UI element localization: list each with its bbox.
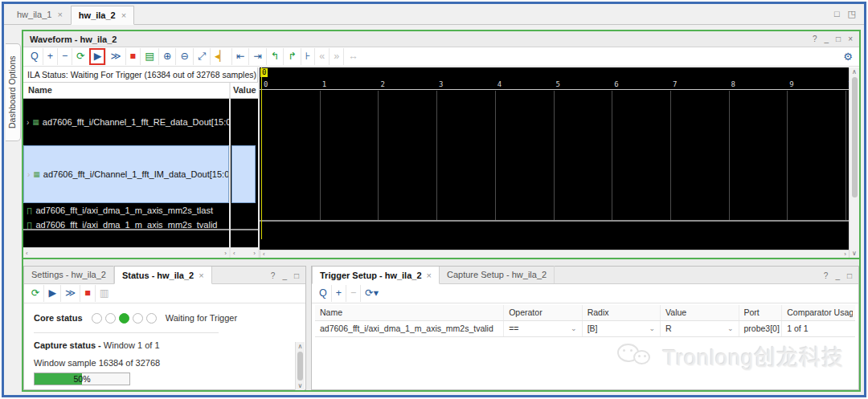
- header-comparator-usage[interactable]: Comparator Usage: [782, 305, 852, 320]
- scroll-left-icon[interactable]: ‹: [26, 250, 28, 257]
- close-icon[interactable]: ×: [427, 271, 432, 280]
- tab-settings[interactable]: Settings - hw_ila_2: [24, 266, 114, 283]
- goto-end-icon[interactable]: ⇥: [248, 48, 265, 65]
- help-icon[interactable]: ?: [813, 35, 817, 43]
- minimize-icon[interactable]: _: [825, 35, 829, 43]
- signal-row-tlast[interactable]: ∏ ad7606_fft_i/axi_dma_1_m_axis_mm2s_tla…: [23, 203, 229, 218]
- remove-probe-icon[interactable]: −: [346, 285, 360, 302]
- timeline-ruler[interactable]: 0 012345678910: [260, 67, 849, 90]
- name-hscrollbar[interactable]: ‹ ›: [23, 247, 229, 258]
- goto-marker-icon[interactable]: »: [329, 48, 343, 65]
- add-probe-icon[interactable]: +: [331, 285, 346, 302]
- signal-row-im-data-selected[interactable]: › ▦ ad7606_fft_i/Channel_1_fft_IM_data_D…: [23, 145, 229, 203]
- float-icon[interactable]: ◳: [848, 9, 856, 19]
- scroll-right-icon[interactable]: ›: [253, 250, 256, 257]
- prev-transition-icon[interactable]: ↰: [266, 48, 283, 65]
- run-all-icon[interactable]: ≫: [105, 48, 125, 65]
- tab-status[interactable]: Status - hw_ila_2 ×: [114, 267, 212, 284]
- scrollbar-thumb[interactable]: [852, 77, 858, 197]
- header-name[interactable]: Name: [315, 305, 504, 320]
- header-radix[interactable]: Radix: [583, 305, 661, 320]
- stop-trigger-icon[interactable]: ■: [80, 285, 95, 302]
- expand-icon[interactable]: ›: [27, 118, 29, 127]
- scroll-down-icon[interactable]: ∨: [298, 382, 303, 389]
- scrollbar-thumb[interactable]: [297, 352, 303, 381]
- add-signal-icon[interactable]: +: [43, 48, 57, 65]
- header-operator[interactable]: Operator: [504, 305, 582, 320]
- scroll-left-icon[interactable]: ‹: [263, 250, 265, 258]
- value-select[interactable]: R ⌄: [661, 321, 739, 336]
- close-icon[interactable]: ×: [848, 35, 853, 43]
- zoom-fit-icon[interactable]: ⤢: [193, 48, 210, 65]
- tab-capture-setup[interactable]: Capture Setup - hw_ila_2: [440, 266, 555, 283]
- status-vscrollbar[interactable]: ∧ ∨: [295, 342, 305, 390]
- vertical-scrollbar[interactable]: ∧ ∨: [849, 67, 859, 258]
- scroll-left-icon[interactable]: ‹: [233, 250, 235, 257]
- run-all-icon[interactable]: ≫: [60, 285, 80, 302]
- add-marker-icon[interactable]: ⊦: [301, 48, 315, 65]
- header-port[interactable]: Port: [739, 305, 783, 320]
- value-cell[interactable]: [231, 99, 258, 145]
- name-column-header[interactable]: Name: [23, 83, 229, 98]
- tree-splitter[interactable]: [231, 229, 258, 230]
- run-trigger-icon[interactable]: ▶: [89, 48, 106, 65]
- maximize-icon[interactable]: □: [836, 35, 841, 43]
- canvas-hscrollbar[interactable]: ‹ ›: [260, 250, 849, 258]
- capture-progress-bar: 50%: [34, 373, 130, 385]
- scroll-up-icon[interactable]: ∧: [852, 68, 857, 75]
- zoom-out-icon[interactable]: ⊖: [175, 48, 192, 65]
- next-transition-icon[interactable]: ↱: [283, 48, 300, 65]
- waveform-canvas[interactable]: 0 012345678910: [260, 67, 849, 250]
- goto-start-icon[interactable]: ⇤: [231, 48, 248, 65]
- operator-select[interactable]: == ⌄: [504, 321, 582, 336]
- value-cell[interactable]: [231, 203, 258, 218]
- tab-hw-ila-1[interactable]: hw_ila_1 ×: [9, 5, 71, 24]
- waveform-plot-area[interactable]: [260, 91, 849, 250]
- stop-trigger-icon[interactable]: ■: [125, 48, 141, 65]
- divider: [34, 332, 219, 333]
- expand-icon[interactable]: ›: [27, 170, 30, 179]
- run-trigger-icon[interactable]: ▶: [43, 285, 60, 302]
- help-icon[interactable]: ?: [271, 271, 276, 280]
- radix-select[interactable]: [B] ⌄: [583, 321, 661, 336]
- zoom-in-icon[interactable]: ⊕: [158, 48, 175, 65]
- help-icon[interactable]: ?: [824, 271, 829, 280]
- settings-gear-icon[interactable]: ⚙: [843, 51, 853, 63]
- trigger-table-row[interactable]: ad7606_fft_i/axi_dma_1_m_axis_mm2s_tvali…: [315, 321, 855, 337]
- recalculate-icon[interactable]: ⟳▾: [360, 285, 383, 302]
- find-icon[interactable]: Q: [27, 48, 43, 65]
- value-column-header[interactable]: Value: [231, 83, 258, 98]
- close-icon[interactable]: ×: [199, 271, 203, 280]
- run-trigger-immediate-icon[interactable]: ⟳: [72, 48, 88, 65]
- header-value[interactable]: Value: [661, 305, 739, 320]
- swap-marker-icon[interactable]: «: [314, 48, 329, 65]
- value-hscrollbar[interactable]: ‹ ›: [231, 247, 258, 258]
- tree-splitter[interactable]: [23, 229, 229, 230]
- scroll-down-icon[interactable]: ∨: [852, 250, 857, 257]
- span-markers-icon[interactable]: ↔: [343, 48, 362, 65]
- tab-hw-ila-2[interactable]: hw_ila_2 ×: [71, 6, 134, 25]
- compare-icon[interactable]: ▥: [95, 285, 113, 302]
- export-data-icon[interactable]: ▤: [140, 48, 158, 65]
- scroll-right-icon[interactable]: ›: [224, 250, 227, 257]
- run-trigger-immediate-icon[interactable]: ⟳: [27, 285, 43, 302]
- close-icon[interactable]: ×: [57, 10, 62, 19]
- close-icon[interactable]: ×: [121, 10, 126, 20]
- remove-signal-icon[interactable]: −: [57, 48, 72, 65]
- signal-row-re-data[interactable]: › ▦ ad7606_fft_i/Channel_1_fft_RE_data_D…: [23, 99, 229, 145]
- minimize-icon[interactable]: _: [282, 271, 287, 280]
- tab-trigger-setup[interactable]: Trigger Setup - hw_ila_2 ×: [312, 267, 440, 284]
- minimize-icon[interactable]: _: [835, 271, 840, 280]
- timeline-grid-line: [670, 91, 671, 220]
- value-cell-selected[interactable]: [231, 145, 256, 203]
- goto-cursor-icon[interactable]: ◂▏: [210, 48, 231, 65]
- cursor-line[interactable]: [261, 67, 262, 239]
- scroll-up-icon[interactable]: ∧: [298, 343, 303, 350]
- maximize-icon[interactable]: □: [834, 9, 840, 19]
- core-status-dots: [92, 313, 157, 324]
- dashboard-options-tab[interactable]: Dashboard Options: [6, 43, 21, 141]
- find-icon[interactable]: Q: [315, 285, 331, 302]
- scroll-right-icon[interactable]: ›: [844, 250, 846, 258]
- maximize-icon[interactable]: □: [294, 271, 299, 280]
- maximize-icon[interactable]: □: [847, 271, 852, 280]
